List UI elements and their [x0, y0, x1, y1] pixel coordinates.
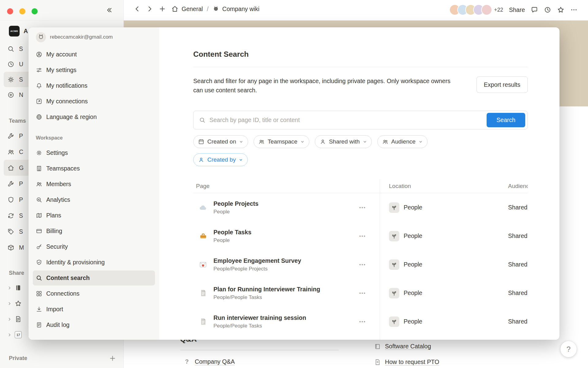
settings-nav-language-region[interactable]: Language & region [33, 109, 155, 125]
teamspace-icon [389, 259, 399, 270]
wiki-page-link[interactable]: How to request PTO [374, 358, 439, 366]
column-divider [380, 179, 380, 340]
user-avatar [36, 32, 46, 42]
search-input[interactable] [209, 117, 483, 124]
page-title-link[interactable]: Employee Engagement Survey [213, 257, 301, 264]
minimize-window-button[interactable] [19, 8, 25, 14]
cloud-icon [198, 203, 208, 212]
location-label: People [404, 318, 422, 325]
row-actions-button[interactable]: ••• [359, 233, 366, 239]
settings-nav-content-search[interactable]: Content search [33, 270, 155, 286]
account-email: rebeccamcakir@gmail.com [50, 34, 113, 40]
settings-nav-connections[interactable]: Connections [33, 286, 155, 301]
search-icon [7, 45, 14, 52]
page-path: People [213, 209, 258, 215]
sidebar-private-section[interactable]: Private [9, 352, 116, 365]
settings-nav-identity-provisioning[interactable]: Identity & provisioning [33, 255, 155, 270]
plus-icon[interactable] [109, 355, 116, 362]
book-icon [374, 343, 381, 350]
avatar [481, 4, 492, 15]
close-window-button[interactable] [7, 8, 13, 14]
page-title-link[interactable]: Run interviewer training session [213, 314, 306, 321]
table-row[interactable]: Run interviewer training session People/… [193, 307, 528, 336]
settings-nav-members[interactable]: Members [33, 177, 155, 192]
sliders-icon [36, 67, 42, 73]
table-row[interactable]: People Tasks People ••• People Shared [193, 222, 528, 250]
table-header: Page Location Audience [193, 179, 528, 193]
settings-nav-audit-log[interactable]: Audit log [33, 317, 155, 332]
key-icon [36, 243, 42, 250]
filter-chip-teamspace[interactable]: Teamspace [254, 135, 309, 148]
users-icon [36, 181, 42, 187]
filter-chip-audience[interactable]: Audience [377, 135, 428, 148]
share-button[interactable]: Share [509, 6, 525, 13]
table-row[interactable]: Plan for Running Interviewer Training Pe… [193, 279, 528, 307]
teamspace-icon [389, 316, 399, 327]
page-title-link[interactable]: People Projects [213, 200, 258, 207]
page-title-link[interactable]: People Tasks [213, 229, 251, 236]
chevron-down-icon [239, 140, 243, 144]
column-header-page: Page [193, 183, 380, 190]
column-header-location: Location [380, 183, 508, 190]
favorite-star-icon[interactable] [557, 6, 564, 13]
document-icon [15, 316, 22, 323]
home-icon [7, 164, 14, 171]
zoom-window-button[interactable] [32, 8, 38, 14]
chevron-down-icon [239, 158, 243, 162]
filter-chip-shared-with[interactable]: Shared with [315, 135, 371, 148]
forward-button[interactable] [146, 5, 153, 13]
chevron-down-icon [419, 140, 423, 144]
settings-nav-settings[interactable]: Settings [33, 145, 155, 160]
export-results-button[interactable]: Export results [477, 76, 528, 93]
filter-chip-created-by[interactable]: Created by [193, 153, 248, 166]
settings-nav-my-connections[interactable]: My connections [33, 94, 155, 109]
settings-nav-teamspaces[interactable]: Teamspaces [33, 161, 155, 176]
row-actions-button[interactable]: ••• [359, 319, 366, 324]
person-icon [320, 139, 326, 145]
settings-nav-security[interactable]: Security [33, 239, 155, 254]
traffic-lights [7, 8, 38, 14]
teamspace-icon [389, 231, 399, 241]
wiki-page-link[interactable]: Software Catalog [374, 343, 431, 350]
gear-icon [36, 150, 42, 156]
star-icon [15, 300, 22, 307]
page-title-link[interactable]: Plan for Running Interviewer Training [213, 286, 320, 293]
row-actions-button[interactable]: ••• [359, 290, 366, 296]
row-actions-button[interactable]: ••• [359, 262, 366, 267]
toolbox-icon [198, 232, 208, 241]
settings-nav-my-account[interactable]: My account [33, 47, 155, 62]
breadcrumb-section[interactable]: General [182, 6, 203, 13]
collapse-sidebar-icon[interactable] [105, 6, 113, 14]
viewer-avatars[interactable]: +22 [449, 4, 503, 15]
new-tab-button[interactable] [159, 5, 166, 13]
breadcrumb-page[interactable]: Company wiki [222, 6, 259, 13]
settings-nav-import[interactable]: Import [33, 302, 155, 317]
settings-nav-my-notifications[interactable]: My notifications [33, 78, 155, 93]
back-button[interactable] [134, 5, 141, 13]
section-divider [180, 350, 339, 350]
wiki-page-link[interactable]: ? Company Q&A [183, 358, 235, 365]
settings-nav-billing[interactable]: Billing [33, 224, 155, 239]
filter-row-2: Created by [193, 153, 528, 166]
content-search-bar: Search [193, 111, 528, 129]
comments-icon[interactable] [531, 6, 538, 13]
content-search-panel: Content Search Search and filter for any… [159, 27, 560, 340]
search-button[interactable]: Search [487, 113, 525, 127]
row-actions-button[interactable]: ••• [359, 205, 366, 210]
table-row[interactable]: People Projects People ••• People Shared [193, 193, 528, 222]
bell-icon [36, 82, 42, 89]
box-icon [7, 244, 14, 251]
settings-nav-my-settings[interactable]: My settings [33, 63, 155, 78]
app-window: ACME A S U S N Teams P C G [0, 0, 588, 368]
wrench-icon [7, 132, 14, 140]
table-row[interactable]: Employee Engagement Survey People/People… [193, 250, 528, 279]
help-button[interactable]: ? [560, 341, 577, 357]
document-icon [374, 359, 381, 366]
breadcrumb: General / Company wiki [171, 5, 259, 13]
grid-icon [36, 290, 42, 297]
settings-nav-plans[interactable]: Plans [33, 208, 155, 223]
filter-chip-created-on[interactable]: Created on [193, 135, 248, 148]
more-options-icon[interactable] [570, 6, 578, 13]
settings-nav-analytics[interactable]: Analytics [33, 192, 155, 207]
history-icon[interactable] [544, 6, 551, 13]
